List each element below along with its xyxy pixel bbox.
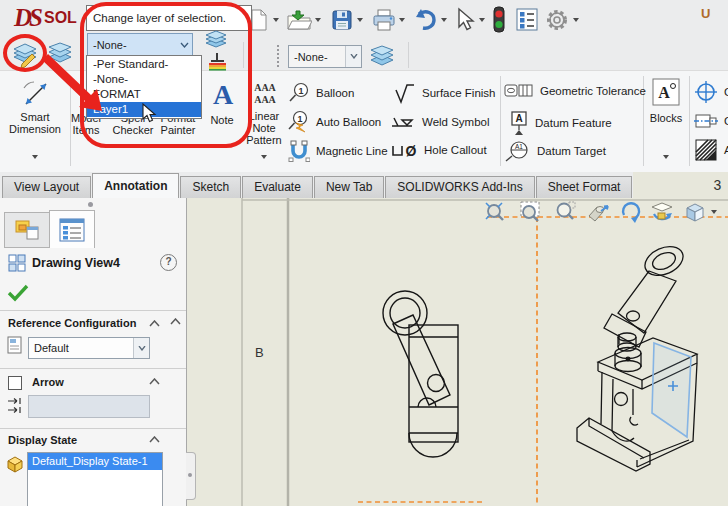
- combo-dropdown-zone[interactable]: [345, 46, 361, 67]
- caret-down-icon[interactable]: [261, 155, 267, 159]
- help-icon[interactable]: ?: [160, 254, 177, 271]
- selected-face-highlight[interactable]: [652, 343, 691, 437]
- ref-config-combobox[interactable]: Default: [28, 337, 150, 359]
- weld-symbol-button[interactable]: Weld Symbol: [390, 112, 490, 132]
- layer-combobox[interactable]: -None-: [288, 45, 362, 68]
- caret-down-icon[interactable]: [315, 18, 321, 22]
- save-button[interactable]: [330, 8, 363, 32]
- caret-down-icon[interactable]: [273, 18, 279, 22]
- caret-down-icon[interactable]: [399, 18, 405, 22]
- datum-target-button[interactable]: A1 Datum Target: [503, 140, 606, 162]
- caret-down-icon[interactable]: [663, 155, 669, 159]
- solidworks-logo: DSSOL: [14, 4, 77, 32]
- tab-solidworks-add-ins[interactable]: SOLIDWORKS Add-Ins: [385, 176, 534, 198]
- caret-down-icon[interactable]: [441, 18, 447, 22]
- red-rect-annotation: [80, 2, 252, 148]
- select-button[interactable]: [454, 7, 485, 32]
- caret-down-icon[interactable]: [357, 18, 363, 22]
- collapse-chevron-icon[interactable]: [149, 320, 160, 327]
- auto-balloon-label: Auto Balloon: [316, 116, 381, 128]
- toolbar-grip[interactable]: [277, 45, 279, 67]
- balloon-label: Balloon: [316, 87, 354, 99]
- datum-letter: A: [515, 113, 522, 124]
- solidworks-window: DSSOL U: [0, 0, 728, 506]
- centerline-icon: [694, 110, 718, 132]
- view-settings-cube-icon[interactable]: [683, 200, 707, 224]
- partial-edge-icon[interactable]: [721, 200, 728, 224]
- balloon-button[interactable]: 1 Balloon: [288, 82, 354, 104]
- pm-tab-feature-tree[interactable]: [49, 210, 95, 248]
- layer-combo-value: -None-: [289, 51, 345, 63]
- new-document-button[interactable]: [248, 8, 279, 32]
- arrow-header: Arrow: [32, 376, 64, 388]
- surface-finish-button[interactable]: Surface Finish: [392, 82, 496, 104]
- zone-column-label: 3: [713, 177, 721, 193]
- balloon-number: 1: [298, 86, 303, 96]
- options-button[interactable]: [544, 7, 579, 33]
- ok-check-icon[interactable]: [7, 284, 29, 302]
- tab-annotation[interactable]: Annotation: [92, 173, 179, 198]
- zoom-to-fit-icon[interactable]: [483, 200, 507, 224]
- tab-view-layout[interactable]: View Layout: [2, 176, 91, 198]
- interference-check-button[interactable]: [492, 6, 506, 36]
- centerline-button[interactable]: C: [694, 110, 728, 132]
- layer-stack-button-2[interactable]: [369, 45, 395, 69]
- caret-down-icon[interactable]: [479, 18, 485, 22]
- caret-down-icon[interactable]: [573, 18, 579, 22]
- weld-symbol-icon: [390, 112, 416, 132]
- caret-down-icon[interactable]: [711, 210, 717, 214]
- datum-feature-button[interactable]: A Datum Feature: [509, 110, 612, 136]
- hole-callout-icon: Ø: [390, 140, 418, 160]
- tab-evaluate[interactable]: Evaluate: [242, 176, 313, 198]
- zoom-to-area-icon[interactable]: [519, 200, 543, 224]
- datum-target-label: Datum Target: [537, 145, 606, 157]
- smart-dimension-button[interactable]: Smart Dimension: [2, 74, 68, 166]
- area-hatch-button[interactable]: A: [694, 138, 728, 162]
- magnetic-line-icon: [288, 140, 310, 162]
- red-ellipse-annotation: [3, 34, 47, 72]
- collapse-chevron-icon[interactable]: [149, 378, 160, 385]
- pm-title: Drawing View4: [32, 256, 120, 270]
- combo-dropdown-zone[interactable]: [133, 338, 149, 358]
- arrow-checkbox[interactable]: [8, 376, 22, 390]
- blocks-button[interactable]: A Blocks: [645, 74, 687, 166]
- tab-sketch[interactable]: Sketch: [180, 176, 241, 198]
- geometric-tolerance-label: Geometric Tolerance: [540, 85, 646, 97]
- pattern-glyph-1: AAA: [254, 82, 276, 93]
- center-mark-icon: [694, 80, 718, 104]
- properties-button[interactable]: [515, 7, 539, 34]
- zoom-in-out-icon[interactable]: [553, 200, 577, 224]
- layer-stack-button[interactable]: [47, 42, 73, 66]
- undo-button[interactable]: [412, 8, 447, 32]
- scroll-up-chevron-icon[interactable]: [170, 318, 181, 325]
- 3d-drawing-view-icon[interactable]: [649, 200, 673, 224]
- auto-balloon-button[interactable]: 1 Auto Balloon: [286, 110, 381, 134]
- hole-callout-label: Hole Callout: [424, 144, 487, 156]
- arrow-text-field[interactable]: [28, 395, 150, 418]
- display-state-listbox[interactable]: Default_Display State-1: [27, 452, 163, 506]
- center-mark-button[interactable]: C: [694, 80, 728, 104]
- tab-sheet-format[interactable]: Sheet Format: [536, 176, 633, 198]
- collapse-chevron-icon[interactable]: [149, 436, 160, 443]
- properties-list-icon: [515, 7, 539, 32]
- tab-new-tab[interactable]: New Tab: [314, 176, 384, 198]
- caret-down-icon[interactable]: [32, 155, 38, 159]
- rotate-view-icon[interactable]: [619, 200, 643, 224]
- zoom-to-selection-icon[interactable]: [585, 200, 609, 224]
- magnetic-line-button[interactable]: Magnetic Line: [288, 140, 388, 162]
- configuration-icon: [6, 336, 24, 354]
- geometric-tolerance-button[interactable]: Geometric Tolerance: [504, 82, 646, 100]
- traffic-light-icon: [492, 6, 506, 34]
- print-button[interactable]: [372, 8, 405, 32]
- front-view[interactable]: [383, 291, 458, 457]
- chevron-down-icon: [138, 346, 146, 351]
- pm-tab-property-manager[interactable]: [4, 212, 50, 248]
- panel-splitter-dot[interactable]: [88, 202, 93, 207]
- display-state-selected-item[interactable]: Default_Display State-1: [28, 453, 162, 470]
- open-button[interactable]: [286, 8, 321, 32]
- graphics-area[interactable]: B: [187, 198, 728, 506]
- hole-callout-button[interactable]: Ø Hole Callout: [390, 140, 487, 160]
- blocks-letter: A: [658, 84, 670, 101]
- ref-config-value: Default: [29, 342, 133, 354]
- panel-flyout-handle[interactable]: [186, 452, 196, 500]
